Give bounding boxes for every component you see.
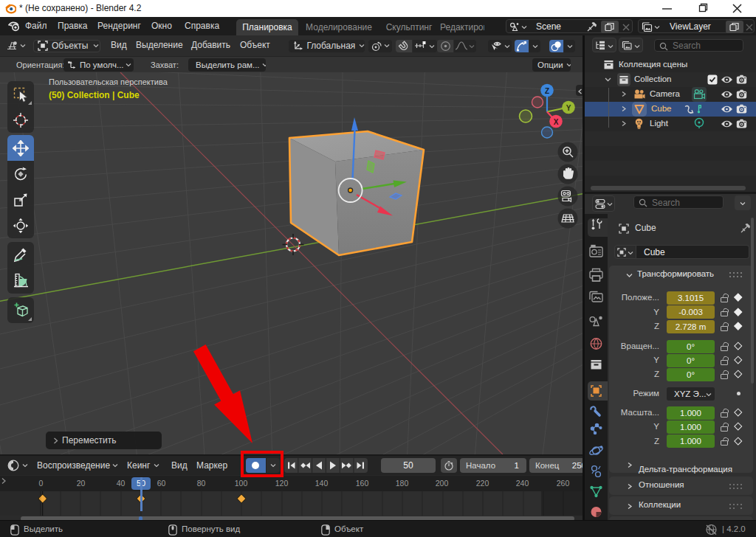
svg-text:Y: Y xyxy=(566,104,571,112)
svg-text:Z: Z xyxy=(545,87,549,95)
svg-text:X: X xyxy=(554,118,559,126)
